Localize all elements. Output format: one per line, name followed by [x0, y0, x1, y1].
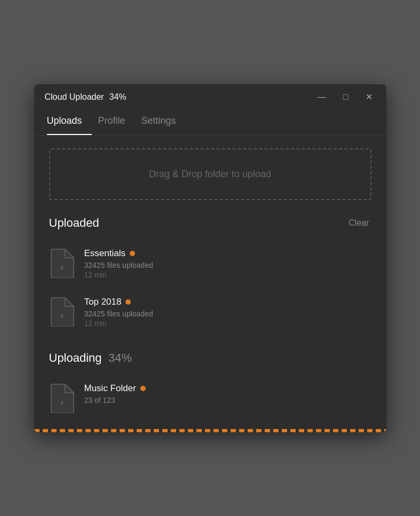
- window-title-pct: 34%: [109, 92, 126, 102]
- file-icon: ♪: [49, 383, 75, 413]
- list-item: ♪ Essentials 32425 files uploaded 12 min: [49, 240, 371, 288]
- title-bar: Cloud Uploader 34% — □ ✕: [34, 84, 386, 110]
- uploaded-list: ♪ Essentials 32425 files uploaded 12 min: [49, 240, 371, 336]
- uploaded-section: Uploaded Clear ♪ Essentials: [49, 216, 371, 336]
- uploading-title: Uploading: [49, 351, 102, 364]
- item-info: Music Folder 23 of 123: [84, 383, 371, 406]
- item-time: 12 min: [84, 319, 371, 328]
- main-content: Drag & Drop folder to upload Uploaded Cl…: [34, 136, 386, 432]
- item-sub: 32425 files uploaded: [84, 261, 371, 269]
- uploading-list: ♪ Music Folder 23 of 123: [49, 375, 371, 422]
- tab-profile[interactable]: Profile: [98, 110, 135, 135]
- item-info: Essentials 32425 files uploaded 12 min: [84, 248, 371, 279]
- item-time: 12 min: [84, 271, 371, 279]
- item-sub: 23 of 123: [84, 396, 371, 404]
- progress-bar: [34, 429, 386, 432]
- item-title-row: Music Folder: [84, 383, 371, 394]
- uploading-section: Uploading 34% ♪ Mu: [49, 351, 371, 422]
- uploading-title-row: Uploading 34%: [49, 351, 132, 365]
- list-item: ♪ Music Folder 23 of 123: [49, 375, 371, 422]
- uploading-section-header: Uploading 34%: [49, 351, 371, 365]
- svg-text:♪: ♪: [60, 311, 64, 320]
- drop-zone[interactable]: Drag & Drop folder to upload: [49, 148, 371, 200]
- nav-tabs: Uploads Profile Settings: [34, 110, 386, 136]
- item-name: Music Folder: [84, 383, 136, 394]
- file-icon: ♪: [49, 248, 75, 278]
- item-info: Top 2018 32425 files uploaded 12 min: [84, 297, 371, 328]
- status-dot: [125, 299, 131, 305]
- clear-button[interactable]: Clear: [346, 217, 371, 229]
- status-dot: [130, 251, 135, 256]
- tab-settings[interactable]: Settings: [141, 110, 186, 135]
- item-name: Essentials: [84, 248, 125, 259]
- title-bar-controls: — □ ✕: [314, 92, 376, 102]
- uploaded-section-header: Uploaded Clear: [49, 216, 371, 230]
- minimize-button[interactable]: —: [314, 92, 329, 102]
- svg-text:♪: ♪: [60, 263, 64, 271]
- uploading-pct: 34%: [108, 351, 132, 364]
- list-item: ♪ Top 2018 32425 files uploaded 12 min: [49, 288, 371, 336]
- item-sub: 32425 files uploaded: [84, 309, 371, 318]
- svg-text:♪: ♪: [60, 398, 64, 406]
- drop-zone-text: Drag & Drop folder to upload: [149, 169, 271, 180]
- tab-uploads[interactable]: Uploads: [47, 110, 92, 135]
- window-title: Cloud Uploader: [45, 92, 104, 102]
- app-window: Cloud Uploader 34% — □ ✕ Uploads Profile…: [34, 84, 386, 432]
- item-title-row: Top 2018: [84, 297, 371, 307]
- maximize-button[interactable]: □: [340, 92, 352, 102]
- file-icon: ♪: [49, 297, 75, 327]
- item-name: Top 2018: [84, 297, 122, 307]
- close-button[interactable]: ✕: [362, 92, 376, 102]
- item-title-row: Essentials: [84, 248, 371, 259]
- title-bar-left: Cloud Uploader 34%: [45, 92, 126, 102]
- uploaded-title: Uploaded: [49, 216, 99, 230]
- progress-bar-container: [34, 429, 386, 432]
- status-dot: [140, 386, 146, 391]
